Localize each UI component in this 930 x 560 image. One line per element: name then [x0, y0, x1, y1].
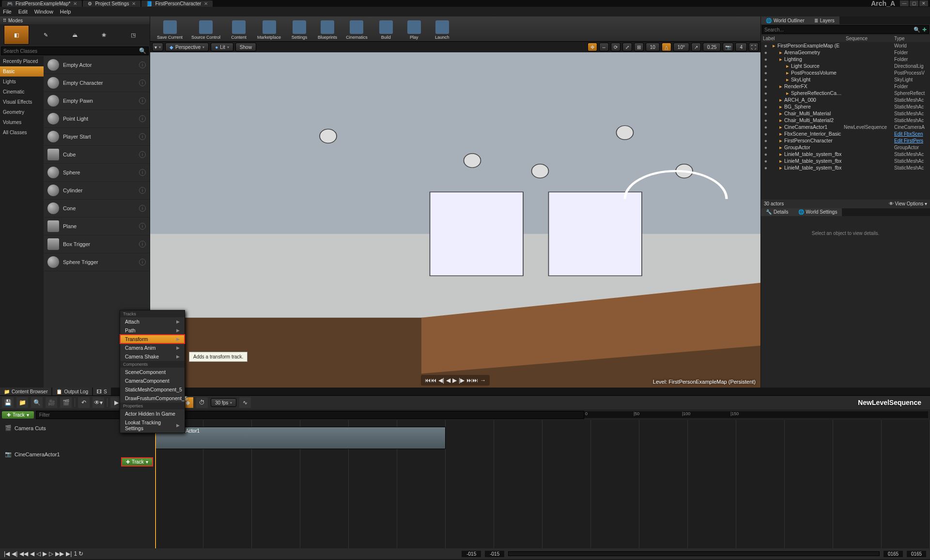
asset-item[interactable]: Cylinderi [44, 182, 150, 200]
start-frame-2[interactable]: -015 [485, 551, 504, 557]
asset-item[interactable]: Planei [44, 218, 150, 235]
visibility-icon[interactable]: ● [763, 151, 769, 157]
place-mode-button[interactable]: ◧ [4, 25, 29, 45]
outliner-row[interactable]: ●▸FbxScene_Interior_BasicEdit FbxScen [761, 130, 930, 137]
menu-item-lookat-tracking-settings[interactable]: Lookat Tracking Settings▶ [120, 418, 185, 433]
class-search-input[interactable] [3, 48, 139, 54]
next-key-icon[interactable]: ▶▶ [55, 550, 64, 557]
bottom-tab[interactable]: 🎞S [93, 388, 111, 395]
options-icon[interactable]: 🎬 [60, 397, 72, 408]
play-back-icon[interactable]: ◀ [446, 377, 450, 384]
geometry-mode-button[interactable]: ◳ [121, 25, 146, 45]
world-outliner-tab[interactable]: 🌐 World Outliner [761, 16, 809, 24]
frame-fwd-icon[interactable]: ▷ [49, 550, 53, 557]
move-tool-button[interactable]: ↔ [599, 43, 609, 51]
toolbar-source-control[interactable]: Source Control [187, 17, 224, 41]
perspective-button[interactable]: ◆ Perspective [165, 43, 209, 51]
visibility-icon[interactable]: ● [763, 70, 769, 76]
asset-item[interactable]: Conei [44, 200, 150, 218]
asset-item[interactable]: Sphere Triggeri [44, 253, 150, 271]
viewport[interactable]: ⏮⏮ ◀| ◀ ▶ |▶ ⏭⏭ → Level: FirstPersonExam… [150, 52, 760, 388]
toolbar-blueprints[interactable]: Blueprints [314, 17, 341, 41]
fwd-full-icon[interactable]: ⏭⏭ [466, 377, 478, 384]
end-frame-2[interactable]: 0165 [907, 551, 926, 557]
category-item[interactable]: All Classes [0, 127, 44, 138]
foliage-mode-button[interactable]: ❀ [92, 25, 117, 45]
toolbar-marketplace[interactable]: Marketplace [253, 17, 285, 41]
title-tab[interactable]: 📘FirstPersonCharacter✕ [141, 0, 213, 7]
outliner-row[interactable]: ●▸FirstPersonCharacterEdit FirstPers [761, 137, 930, 144]
visibility-icon[interactable]: ● [763, 49, 769, 55]
play-fwd-icon[interactable]: ▶ [43, 550, 47, 557]
outliner-row[interactable]: ●▸PostProcessVolumePostProcessV [761, 69, 930, 76]
category-item[interactable]: Recently Placed [0, 56, 44, 66]
scrub-bar[interactable] [508, 551, 880, 556]
menu-item-attach[interactable]: Attach▶ [120, 317, 185, 326]
info-icon[interactable]: i [139, 187, 146, 194]
transform-gizmo-button[interactable]: ✥ [588, 43, 597, 51]
toolbar-content[interactable]: Content [225, 17, 252, 41]
category-item[interactable]: Visual Effects [0, 97, 44, 107]
angle-snap-value[interactable]: 10° [673, 43, 689, 51]
lit-button[interactable]: ● Lit [211, 43, 233, 51]
category-item[interactable]: Volumes [0, 117, 44, 127]
viewport-options-button[interactable]: ▾ [152, 43, 163, 51]
browse-icon[interactable]: 📁 [16, 397, 28, 408]
add-track-button[interactable]: ✚ Track ▾ [2, 411, 34, 419]
step-back-icon[interactable]: ◀| [438, 377, 444, 384]
add-filter-icon[interactable]: ✚ [922, 27, 927, 33]
outliner-row[interactable]: ●▸BG_SphereStaticMeshAc [761, 103, 930, 110]
to-start-icon[interactable]: |◀ [4, 550, 10, 557]
menu-item-path[interactable]: Path▶ [120, 326, 185, 335]
play-icon[interactable]: ▶ [452, 377, 457, 384]
menu-item-actor-hidden-in-game[interactable]: Actor Hidden In Game [120, 409, 185, 418]
view-options-button[interactable]: 👁 View Options ▾ [889, 201, 927, 206]
info-icon[interactable]: i [139, 259, 146, 265]
info-icon[interactable]: i [139, 115, 146, 122]
fps-selector[interactable]: 30 fps [211, 398, 236, 407]
undo-icon[interactable]: ↶ [78, 397, 90, 408]
asset-item[interactable]: Empty Actori [44, 56, 150, 74]
rotate-tool-button[interactable]: ⟳ [611, 43, 620, 51]
visibility-icon[interactable]: ● [763, 43, 769, 48]
outliner-row[interactable]: ●▸LightingFolder [761, 56, 930, 62]
snap-time-icon[interactable]: ⏱ [196, 397, 208, 408]
curve-editor-icon[interactable]: ∿ [239, 397, 251, 408]
info-icon[interactable]: i [139, 205, 146, 212]
toolbar-cinematics[interactable]: Cinematics [342, 17, 372, 41]
outliner-row[interactable]: ●▸FirstPersonExampleMap (EWorld [761, 42, 930, 49]
minimize-button[interactable]: — [900, 0, 909, 6]
category-item[interactable]: Cinematic [0, 87, 44, 97]
category-item[interactable]: Basic [0, 66, 44, 77]
prev-key-icon[interactable]: ◀| [12, 550, 17, 557]
close-icon[interactable]: ✕ [132, 1, 136, 6]
outliner-row[interactable]: ●▸CineCameraActor1NewLevelSequenceCineCa… [761, 124, 930, 130]
info-icon[interactable]: i [139, 151, 146, 158]
camera-cut-clip[interactable]: CineCameraActor1 [155, 427, 446, 449]
toolbar-play[interactable]: Play [401, 17, 428, 41]
menu-item-scenecomponent[interactable]: SceneComponent [120, 368, 185, 376]
play-rev-icon[interactable]: ◀ [30, 550, 34, 557]
bottom-tab[interactable]: 📋Output Log [52, 388, 92, 395]
outliner-row[interactable]: ●▸Light SourceDirectionalLig [761, 62, 930, 69]
menu-item-drawfrustumcomponent_5[interactable]: DrawFrustumComponent_5 [120, 394, 185, 403]
save-icon[interactable]: 💾 [2, 397, 14, 408]
info-icon[interactable]: i [139, 62, 146, 68]
info-icon[interactable]: i [139, 133, 146, 140]
find-icon[interactable]: 🔍 [31, 397, 43, 408]
grid-snap-value[interactable]: 10 [646, 43, 660, 51]
outliner-row[interactable]: ●▸LinieM_table_system_fbxStaticMeshAc [761, 151, 930, 157]
visibility-icon[interactable]: ● [763, 131, 769, 137]
toolbar-build[interactable]: Build [372, 17, 400, 41]
info-icon[interactable]: i [139, 241, 146, 248]
world-settings-tab[interactable]: 🌐 World Settings [793, 208, 842, 216]
menu-item-camera-anim[interactable]: Camera Anim▶ [120, 343, 185, 352]
visibility-icon[interactable]: ● [763, 104, 769, 109]
grid-snap-button[interactable]: ⊞ [634, 43, 644, 51]
title-tab[interactable]: ⚙Project Settings✕ [83, 0, 140, 7]
asset-item[interactable]: Point Lighti [44, 110, 150, 128]
landscape-mode-button[interactable]: ⛰ [62, 25, 87, 45]
menu-item-staticmeshcomponent_5[interactable]: StaticMeshComponent_5 [120, 385, 185, 394]
info-icon[interactable]: i [139, 223, 146, 230]
asset-item[interactable]: Spherei [44, 164, 150, 182]
